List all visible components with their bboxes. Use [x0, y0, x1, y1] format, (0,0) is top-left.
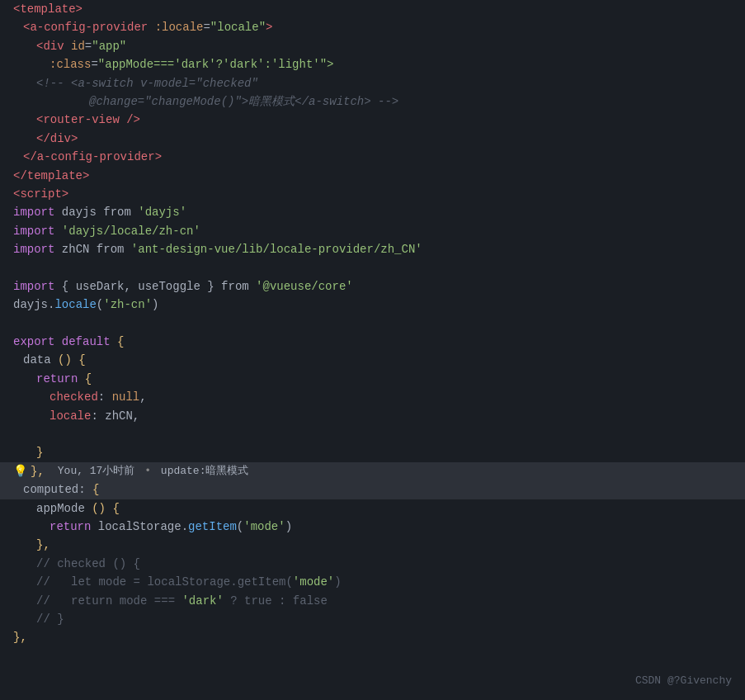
code-line: checked: null,: [0, 388, 745, 406]
code-line: appMode () {: [0, 499, 745, 518]
code-line: computed: {: [0, 480, 745, 499]
code-line: <div id="app": [0, 37, 745, 55]
code-line: dayjs.locale('zh-cn'): [0, 296, 745, 314]
code-line: </div>: [0, 130, 745, 148]
code-line: // let mode = localStorage.getItem('mode…: [0, 573, 745, 591]
watermark: CSDN @?Givenchy: [635, 673, 732, 690]
code-line: // return mode === 'dark' ? true : false: [0, 592, 745, 610]
code-line: [0, 315, 745, 333]
git-annotation: You, 17小时前 • update:暗黑模式: [51, 463, 256, 480]
code-line: </template>: [0, 167, 745, 185]
code-line-highlighted: 💡},You, 17小时前 • update:暗黑模式: [0, 462, 745, 480]
code-line: },: [0, 628, 745, 646]
code-line: },: [0, 536, 745, 554]
code-line: import 'dayjs/locale/zh-cn': [0, 222, 745, 240]
code-line: </a-config-provider>: [0, 148, 745, 166]
code-editor: <template><a-config-provider :locale="lo…: [0, 0, 745, 700]
code-line: // }: [0, 610, 745, 628]
code-line: export default {: [0, 333, 745, 351]
code-line: <script>: [0, 185, 745, 203]
code-line: @change="changeMode()">暗黑模式</a-switch> -…: [0, 92, 745, 111]
code-line: <a-config-provider :locale="locale">: [0, 18, 745, 36]
code-line: import dayjs from 'dayjs': [0, 203, 745, 221]
code-line: }: [0, 443, 745, 461]
code-line: <router-view />: [0, 111, 745, 129]
code-line: locale: zhCN,: [0, 407, 745, 425]
code-line: data () {: [0, 351, 745, 369]
code-line: [0, 258, 745, 277]
code-line: <!-- <a-switch v-model="checked": [0, 74, 745, 92]
code-line: <template>: [0, 0, 745, 18]
code-line: import zhCN from 'ant-design-vue/lib/loc…: [0, 240, 745, 258]
code-line: return localStorage.getItem('mode'): [0, 518, 745, 536]
code-line: // checked () {: [0, 555, 745, 573]
code-line: import { useDark, useToggle } from '@vue…: [0, 277, 745, 296]
code-line: return {: [0, 370, 745, 388]
code-line: :class="appMode==='dark'?'dark':'light'"…: [0, 55, 745, 73]
code-line: [0, 425, 745, 443]
